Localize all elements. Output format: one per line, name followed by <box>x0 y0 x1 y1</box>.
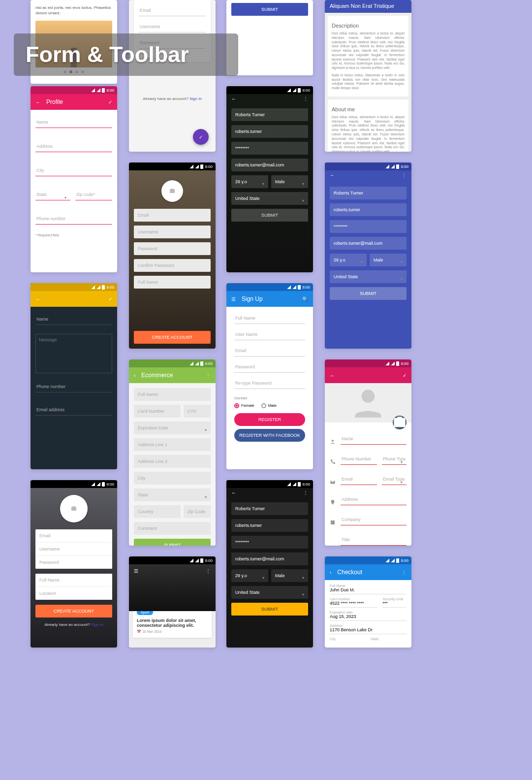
fab-check[interactable]: ✓ <box>193 129 209 145</box>
check-icon[interactable]: ✓ <box>108 99 112 105</box>
name-input[interactable] <box>231 108 308 121</box>
title-input[interactable] <box>341 534 407 546</box>
username-input[interactable] <box>35 543 112 556</box>
age-select[interactable] <box>231 569 268 582</box>
fullname-value[interactable]: John Doe M. <box>330 587 407 594</box>
age-select[interactable] <box>330 254 367 266</box>
password-input[interactable] <box>134 242 211 255</box>
create-account-button[interactable]: CREATE ACCOUNT <box>134 331 211 344</box>
back-icon[interactable]: ‹ <box>134 373 135 378</box>
email-input[interactable] <box>35 404 112 416</box>
email-input[interactable] <box>35 529 112 543</box>
card-value[interactable]: 4522 **** **** **** <box>330 601 377 608</box>
register-fb-button[interactable]: REGISTER WITH FACEBOOK <box>234 429 305 442</box>
submit-button[interactable]: SUBMIT <box>231 3 308 16</box>
avatar-upload[interactable] <box>161 180 183 202</box>
address-input[interactable] <box>35 141 112 152</box>
location-input[interactable] <box>35 587 112 600</box>
addr1-input[interactable] <box>134 438 211 451</box>
more-icon[interactable]: ⋮ <box>402 172 407 178</box>
name-input[interactable] <box>35 314 112 325</box>
check-icon[interactable]: ✓ <box>403 373 407 378</box>
male-radio[interactable]: Male <box>261 403 277 408</box>
country-select[interactable] <box>231 192 308 205</box>
email-input[interactable] <box>341 474 377 485</box>
addr2-input[interactable] <box>134 455 211 468</box>
addr-value[interactable]: 1170 Benson Lake Dr <box>330 627 407 634</box>
email-input[interactable] <box>134 209 211 222</box>
username-input[interactable] <box>134 226 211 238</box>
gender-select[interactable] <box>370 254 407 266</box>
country-select[interactable] <box>231 586 308 599</box>
register-button[interactable]: REGISTER <box>234 413 305 426</box>
fullname-input[interactable] <box>134 276 211 289</box>
user-input[interactable] <box>231 519 308 532</box>
fullname-input[interactable] <box>35 574 112 587</box>
back-icon[interactable]: ← <box>35 99 40 105</box>
user-input[interactable] <box>231 125 308 138</box>
city-input[interactable] <box>35 165 112 176</box>
gender-select[interactable] <box>271 175 308 188</box>
menu-icon[interactable]: ☰ <box>231 296 236 302</box>
zip-input[interactable] <box>75 189 112 200</box>
back-icon[interactable]: ‹ <box>330 570 331 575</box>
city-input[interactable] <box>134 472 211 485</box>
phone-input[interactable] <box>341 454 377 465</box>
avatar-upload[interactable] <box>60 495 88 522</box>
exp-select[interactable] <box>134 422 211 434</box>
phone-input[interactable] <box>35 381 112 392</box>
signin-link[interactable]: Sign In <box>91 622 103 627</box>
back-icon[interactable]: ← <box>330 172 335 178</box>
comment-input[interactable] <box>134 522 211 535</box>
repass-input[interactable] <box>234 378 305 389</box>
sec-value[interactable]: *** <box>382 601 407 608</box>
fullname-input[interactable] <box>234 313 305 324</box>
name-input[interactable] <box>35 117 112 128</box>
back-icon[interactable]: ← <box>330 373 335 378</box>
email-input[interactable] <box>231 159 308 171</box>
fullname-input[interactable] <box>134 388 211 401</box>
pass-input[interactable] <box>231 536 308 549</box>
name-input[interactable] <box>231 502 308 515</box>
more-icon[interactable]: ⋮ <box>303 490 308 495</box>
submit-button[interactable]: SUBMIT <box>231 603 308 616</box>
camera-fab[interactable] <box>393 416 407 429</box>
menu-icon[interactable]: ☰ <box>134 568 138 574</box>
message-textarea[interactable] <box>35 334 112 373</box>
back-icon[interactable]: ← <box>35 296 40 302</box>
exp-value[interactable]: Aug 15, 2023 <box>330 614 407 621</box>
address-input[interactable] <box>341 494 407 505</box>
state-select[interactable] <box>35 189 70 200</box>
name-input[interactable] <box>330 187 407 199</box>
name-input[interactable] <box>341 433 407 445</box>
age-select[interactable] <box>231 175 268 188</box>
pass-input[interactable] <box>330 220 407 233</box>
username-input[interactable] <box>234 329 305 340</box>
state-select[interactable] <box>134 488 211 501</box>
more-icon[interactable]: ⋮ <box>303 96 308 101</box>
email-input[interactable] <box>234 345 305 357</box>
search-icon[interactable]: 🔍 <box>302 296 308 302</box>
username-input[interactable] <box>139 21 206 32</box>
submit-button[interactable]: SUBMIT <box>330 287 407 300</box>
card-input[interactable] <box>134 405 181 418</box>
female-radio[interactable]: Female <box>234 403 254 408</box>
password-input[interactable] <box>234 361 305 373</box>
emailtype-select[interactable] <box>382 474 407 485</box>
country-select[interactable] <box>330 270 407 283</box>
gender-select[interactable] <box>271 569 308 582</box>
signin-link[interactable]: Sign In <box>189 97 202 101</box>
company-input[interactable] <box>341 514 407 525</box>
cvv-input[interactable] <box>184 405 211 418</box>
user-input[interactable] <box>330 203 407 216</box>
check-icon[interactable]: ✓ <box>108 296 112 302</box>
more-icon[interactable]: ⋮ <box>206 373 211 378</box>
phone-input[interactable] <box>35 213 112 225</box>
submit-button[interactable]: SUBMIT <box>134 539 211 546</box>
more-icon[interactable]: ⋮ <box>402 570 407 575</box>
password-input[interactable] <box>35 556 112 569</box>
back-icon[interactable]: ← <box>231 96 236 101</box>
email-input[interactable] <box>231 552 308 565</box>
zip-input[interactable] <box>184 505 211 518</box>
email-input[interactable] <box>330 237 407 250</box>
